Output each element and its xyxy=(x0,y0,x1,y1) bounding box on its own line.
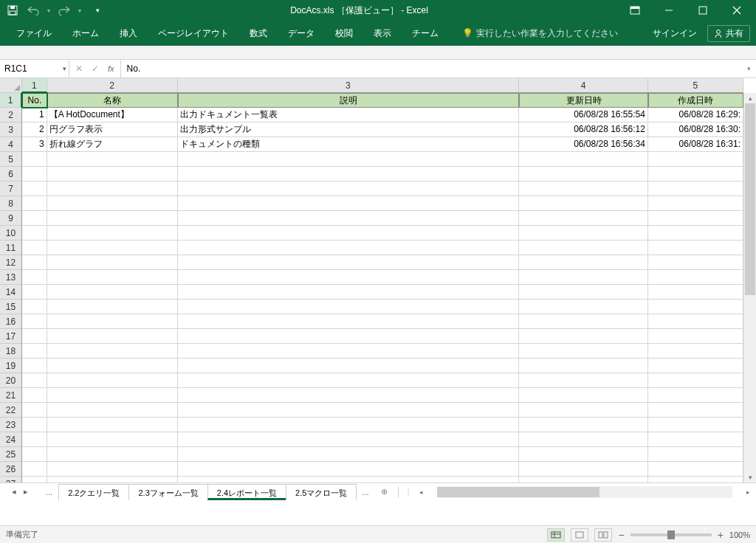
cell[interactable] xyxy=(47,388,178,403)
cell[interactable]: 06/08/28 16:56:34 xyxy=(519,137,648,152)
cell[interactable] xyxy=(648,373,743,388)
cell[interactable] xyxy=(519,447,648,462)
cell[interactable] xyxy=(178,196,520,211)
row-header[interactable]: 9 xyxy=(0,211,22,226)
cell[interactable] xyxy=(648,477,743,483)
select-all-triangle[interactable] xyxy=(0,78,22,93)
row-header[interactable]: 6 xyxy=(0,167,22,181)
cell[interactable] xyxy=(178,477,520,483)
cell[interactable] xyxy=(519,432,648,447)
cell[interactable]: 06/08/28 16:55:54 xyxy=(519,108,648,122)
row-header[interactable]: 22 xyxy=(0,403,22,418)
cell[interactable] xyxy=(47,181,178,196)
cell[interactable] xyxy=(22,196,47,211)
cell[interactable] xyxy=(47,403,178,418)
cell[interactable] xyxy=(47,211,178,226)
cell[interactable]: 06/08/28 16:31: xyxy=(648,137,743,152)
cell[interactable] xyxy=(22,432,47,447)
cell[interactable] xyxy=(22,403,47,418)
cell[interactable] xyxy=(519,314,648,329)
split-handle-icon[interactable]: ⋮ xyxy=(403,488,413,496)
cell[interactable] xyxy=(519,181,648,196)
cell[interactable] xyxy=(178,255,520,270)
cell[interactable] xyxy=(519,241,648,255)
cell[interactable]: ドキュメントの種類 xyxy=(178,137,520,152)
tab-data[interactable]: データ xyxy=(278,21,325,46)
cell[interactable] xyxy=(648,152,743,167)
cell[interactable] xyxy=(178,359,520,373)
tab-review[interactable]: 校閲 xyxy=(325,21,363,46)
hscroll-left-icon[interactable]: ◂ xyxy=(416,488,427,496)
name-box-dropdown-icon[interactable]: ▾ xyxy=(63,65,66,72)
cell[interactable] xyxy=(178,329,520,344)
cell[interactable]: 2 xyxy=(22,122,47,137)
row-header[interactable]: 10 xyxy=(0,226,22,241)
maximize-button[interactable] xyxy=(687,0,719,21)
cell[interactable] xyxy=(648,314,743,329)
cell[interactable] xyxy=(22,418,47,432)
cell[interactable] xyxy=(519,211,648,226)
cell[interactable]: 出力ドキュメント一覧表 xyxy=(178,108,520,122)
cell[interactable] xyxy=(648,418,743,432)
sheet-nav[interactable]: ◂ ▸ xyxy=(0,487,40,497)
cell[interactable] xyxy=(519,418,648,432)
cell[interactable] xyxy=(519,226,648,241)
cell[interactable] xyxy=(519,329,648,344)
cell[interactable] xyxy=(47,329,178,344)
cell[interactable] xyxy=(178,432,520,447)
cell[interactable] xyxy=(47,300,178,314)
row-header[interactable]: 3 xyxy=(0,122,22,137)
cell[interactable] xyxy=(22,270,47,285)
cell[interactable] xyxy=(22,477,47,483)
cell[interactable]: 【A HotDocument】 xyxy=(47,108,178,122)
cell[interactable] xyxy=(47,167,178,181)
row-header[interactable]: 17 xyxy=(0,329,22,344)
column-header[interactable]: 2 xyxy=(47,78,178,93)
row-header[interactable]: 19 xyxy=(0,359,22,373)
sheet-next-icon[interactable]: ▸ xyxy=(24,487,28,497)
cell[interactable] xyxy=(648,329,743,344)
cell[interactable] xyxy=(22,211,47,226)
cell[interactable] xyxy=(648,432,743,447)
cell[interactable] xyxy=(519,300,648,314)
cell[interactable] xyxy=(519,344,648,359)
undo-dropdown-icon[interactable]: ▾ xyxy=(47,7,50,14)
cell[interactable] xyxy=(47,314,178,329)
cell[interactable] xyxy=(519,270,648,285)
file-tab[interactable]: ファイル xyxy=(6,21,62,46)
cell[interactable] xyxy=(519,167,648,181)
cell[interactable]: 1 xyxy=(22,108,47,122)
cells-area[interactable]: No.名称説明更新日時作成日時1【A HotDocument】出力ドキュメント一… xyxy=(22,93,743,483)
name-box[interactable]: R1C1 ▾ xyxy=(0,60,69,77)
cell[interactable] xyxy=(178,314,520,329)
cell[interactable] xyxy=(178,418,520,432)
cancel-icon[interactable]: ✕ xyxy=(75,63,83,74)
cell[interactable] xyxy=(178,300,520,314)
view-page-break-icon[interactable] xyxy=(594,528,612,542)
hscroll-right-icon[interactable]: ▸ xyxy=(743,488,753,496)
cell[interactable]: 06/08/28 16:30: xyxy=(648,122,743,137)
sheet-ellipsis-left[interactable]: ... xyxy=(40,488,58,497)
tab-formulas[interactable]: 数式 xyxy=(239,21,278,46)
ribbon-display-icon[interactable] xyxy=(619,0,651,21)
cell[interactable] xyxy=(47,255,178,270)
fx-icon[interactable]: fx xyxy=(108,64,114,73)
cell[interactable] xyxy=(178,241,520,255)
row-header[interactable]: 14 xyxy=(0,285,22,300)
row-header[interactable]: 27 xyxy=(0,477,22,483)
cell[interactable] xyxy=(22,167,47,181)
cell[interactable] xyxy=(519,359,648,373)
cell[interactable] xyxy=(178,344,520,359)
cell[interactable] xyxy=(519,152,648,167)
tab-page-layout[interactable]: ページレイアウト xyxy=(148,21,239,46)
cell[interactable] xyxy=(648,388,743,403)
row-header[interactable]: 23 xyxy=(0,418,22,432)
row-header[interactable]: 18 xyxy=(0,344,22,359)
cell[interactable] xyxy=(519,373,648,388)
row-header[interactable]: 21 xyxy=(0,388,22,403)
cell[interactable] xyxy=(47,418,178,432)
row-header[interactable]: 20 xyxy=(0,373,22,388)
cell[interactable] xyxy=(47,196,178,211)
cell[interactable] xyxy=(22,373,47,388)
cell[interactable] xyxy=(648,270,743,285)
